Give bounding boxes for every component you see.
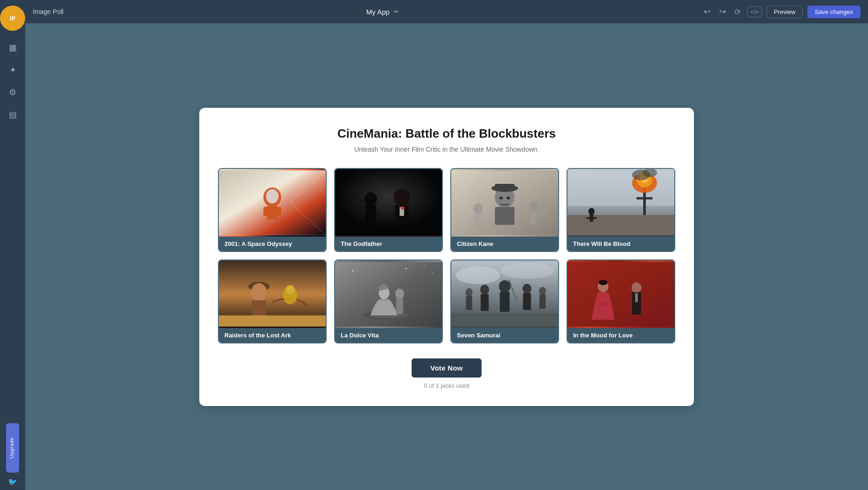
- edit-app-name-icon[interactable]: ✏: [393, 8, 399, 15]
- svg-point-19: [364, 192, 377, 207]
- movie-image-2001: [219, 169, 326, 237]
- svg-rect-7: [277, 207, 281, 216]
- topbar: Image Poll My App ✏ ↩ ↪ ⟳ </> Preview Sa…: [25, 0, 868, 23]
- redo-icon[interactable]: ↪: [717, 5, 728, 19]
- tools-icon[interactable]: ✦: [3, 61, 22, 79]
- svg-point-43: [588, 208, 595, 215]
- svg-point-30: [529, 202, 538, 212]
- svg-rect-6: [263, 207, 268, 216]
- sidebar: IP ▦ ✦ ⚙ ▤ Upgrade 🐦: [0, 0, 25, 490]
- movie-image-godfather: [335, 169, 442, 237]
- movie-card-mood[interactable]: 字 字 字 字 字 字 字: [567, 259, 675, 343]
- movies-grid: 2001: A Space Odyssey: [218, 168, 675, 343]
- svg-rect-89: [567, 262, 674, 326]
- movie-image-mood: 字 字 字 字 字 字 字: [567, 260, 674, 328]
- settings-icon[interactable]: ⚙: [3, 83, 22, 102]
- svg-rect-27: [495, 207, 515, 224]
- movie-label-godfather: The Godfather: [335, 237, 442, 251]
- movie-card-citizen[interactable]: Citizen Kane: [450, 168, 559, 252]
- history-icon[interactable]: ⟳: [733, 6, 742, 18]
- svg-rect-44: [586, 217, 597, 219]
- svg-point-66: [500, 263, 554, 279]
- poll-card: CineMania: Battle of the Blockbusters Un…: [199, 108, 694, 406]
- movie-card-2001[interactable]: 2001: A Space Odyssey: [218, 168, 327, 252]
- svg-point-63: [433, 273, 434, 273]
- svg-point-51: [286, 285, 294, 294]
- svg-rect-73: [523, 293, 531, 310]
- picks-used-text: 0 of 1 picks used: [424, 382, 469, 389]
- poll-title: CineMania: Battle of the Blockbusters: [218, 126, 675, 141]
- main-area: Image Poll My App ✏ ↩ ↪ ⟳ </> Preview Sa…: [25, 0, 868, 490]
- movie-label-dolce: La Dolce Vita: [335, 328, 442, 343]
- app-logo[interactable]: IP: [0, 6, 25, 31]
- svg-point-25: [499, 196, 503, 199]
- movie-card-samurai[interactable]: Seven Samurai: [450, 259, 559, 343]
- movie-label-raiders: Raiders of the Lost Ark: [219, 328, 326, 343]
- svg-point-61: [406, 268, 407, 269]
- poll-bottom: Vote Now 0 of 1 picks used: [218, 358, 675, 389]
- poll-subtitle: Unleash Your Inner Film Critic in the Ul…: [218, 146, 675, 153]
- svg-rect-36: [637, 197, 652, 199]
- svg-rect-24: [495, 183, 515, 189]
- svg-rect-77: [539, 294, 546, 308]
- topbar-actions: ↩ ↪ ⟳ </> Preview Save changes: [702, 5, 861, 19]
- movie-image-citizen: [451, 169, 558, 237]
- topbar-center: My App ✏: [69, 8, 696, 16]
- movie-card-blood[interactable]: There Will Be Blood: [567, 168, 675, 252]
- svg-point-59: [352, 270, 354, 271]
- svg-point-28: [474, 203, 483, 213]
- movie-image-raiders: [219, 260, 326, 328]
- svg-point-62: [424, 265, 425, 266]
- movie-label-mood: In the Mood for Love: [567, 328, 674, 343]
- svg-point-76: [539, 287, 546, 294]
- movie-label-blood: There Will Be Blood: [567, 237, 674, 251]
- undo-icon[interactable]: ↩: [702, 5, 713, 19]
- svg-rect-5: [267, 206, 278, 219]
- movie-image-samurai: [451, 260, 558, 328]
- svg-point-8: [266, 189, 279, 203]
- svg-point-18: [401, 206, 405, 210]
- content-area: CineMania: Battle of the Blockbusters Un…: [25, 23, 868, 490]
- svg-point-70: [480, 284, 489, 294]
- svg-rect-14: [335, 170, 442, 235]
- movie-card-godfather[interactable]: The Godfather: [334, 168, 443, 252]
- code-view-icon[interactable]: </>: [747, 7, 763, 17]
- svg-rect-31: [531, 211, 537, 225]
- app-title: Image Poll: [33, 8, 63, 15]
- movie-card-dolce[interactable]: La Dolce Vita: [334, 259, 443, 343]
- svg-point-15: [394, 188, 410, 206]
- movie-label-2001: 2001: A Space Odyssey: [219, 237, 326, 251]
- svg-point-74: [466, 288, 473, 296]
- dashboard-icon[interactable]: ▦: [3, 38, 22, 57]
- svg-text:IP: IP: [10, 15, 16, 22]
- vote-now-button[interactable]: Vote Now: [412, 358, 482, 378]
- svg-rect-78: [451, 313, 558, 327]
- movie-image-blood: [567, 169, 674, 237]
- svg-point-60: [370, 266, 371, 266]
- bottom-icon: 🐦: [8, 477, 17, 486]
- svg-rect-34: [567, 215, 674, 235]
- svg-point-65: [456, 266, 500, 284]
- svg-rect-75: [466, 295, 472, 310]
- svg-rect-33: [567, 170, 674, 206]
- svg-rect-68: [500, 292, 510, 312]
- save-changes-button[interactable]: Save changes: [807, 6, 861, 18]
- svg-point-48: [251, 283, 267, 301]
- svg-point-57: [395, 288, 404, 299]
- svg-point-72: [523, 284, 532, 294]
- upgrade-button[interactable]: Upgrade: [6, 423, 19, 473]
- svg-rect-52: [219, 315, 326, 326]
- svg-point-67: [499, 280, 511, 293]
- analytics-icon[interactable]: ▤: [3, 105, 22, 124]
- svg-rect-29: [475, 212, 481, 226]
- preview-button[interactable]: Preview: [767, 6, 802, 18]
- movie-label-samurai: Seven Samurai: [451, 328, 558, 343]
- svg-rect-71: [481, 294, 489, 311]
- movie-card-raiders[interactable]: Raiders of the Lost Ark: [218, 259, 327, 343]
- svg-rect-58: [396, 298, 403, 314]
- movie-image-dolce: [335, 260, 442, 328]
- svg-rect-20: [365, 205, 376, 222]
- movie-label-citizen: Citizen Kane: [451, 237, 558, 251]
- svg-point-26: [506, 196, 510, 199]
- app-name: My App: [366, 8, 390, 16]
